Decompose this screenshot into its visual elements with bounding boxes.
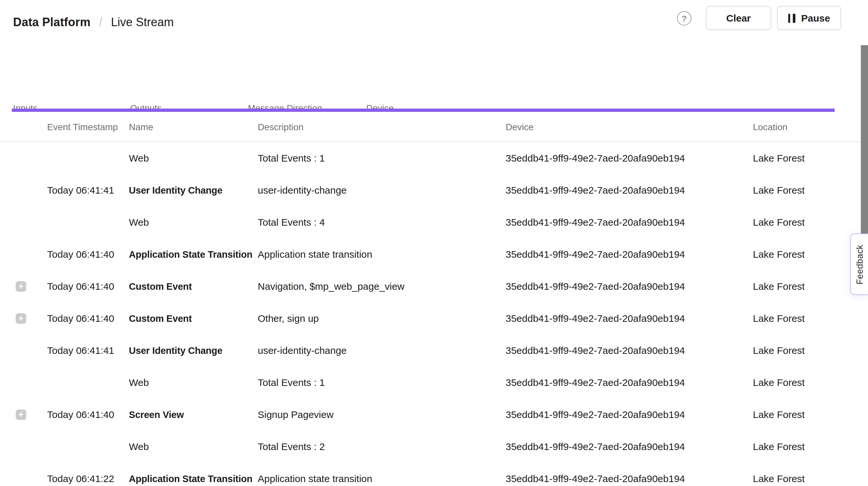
row-description: Other, sign up — [258, 313, 506, 324]
table-header-row: Event Timestamp Name Description Device … — [0, 112, 861, 142]
row-event-timestamp: Today 06:41:41 — [47, 345, 129, 356]
column-header-event-timestamp: Event Timestamp — [47, 121, 129, 132]
expand-plus-icon[interactable]: + — [16, 409, 26, 420]
row-description: Navigation, $mp_web_page_view — [258, 281, 506, 292]
column-header-name: Name — [129, 121, 258, 132]
row-name: Web — [129, 216, 258, 227]
row-event-timestamp: Today 06:41:40 — [47, 248, 129, 260]
column-header-location: Location — [753, 121, 861, 132]
row-device: 35eddb41-9ff9-49e2-7aed-20afa90eb194 — [506, 377, 753, 388]
row-event-timestamp: Today 06:41:22 — [47, 473, 129, 484]
row-name: User Identity Change — [129, 345, 258, 356]
row-location: Lake Forest — [753, 441, 861, 452]
row-location: Lake Forest — [753, 313, 861, 324]
row-expand-cell: + — [0, 313, 47, 324]
row-name: Application State Transition — [129, 473, 258, 484]
row-name: Web — [129, 152, 258, 163]
row-device: 35eddb41-9ff9-49e2-7aed-20afa90eb194 — [506, 313, 753, 324]
row-description: Signup Pageview — [258, 409, 506, 420]
row-name: Custom Event — [129, 281, 258, 292]
page-header: Data Platform / Live Stream ? Clear Paus… — [0, 0, 868, 45]
pause-icon — [788, 13, 796, 23]
row-location: Lake Forest — [753, 345, 861, 356]
row-description: Total Events : 1 — [258, 377, 506, 388]
row-location: Lake Forest — [753, 281, 861, 292]
table-row[interactable]: Web Total Events : 1 35eddb41-9ff9-49e2-… — [0, 366, 861, 398]
stream-progress-bar — [12, 109, 835, 112]
row-location: Lake Forest — [753, 184, 861, 195]
row-device: 35eddb41-9ff9-49e2-7aed-20afa90eb194 — [506, 473, 753, 484]
table-row[interactable]: Today 06:41:22 Application State Transit… — [0, 462, 861, 486]
table-row[interactable]: + Today 06:41:40 Screen View Signup Page… — [0, 398, 861, 430]
row-device: 35eddb41-9ff9-49e2-7aed-20afa90eb194 — [506, 184, 753, 195]
column-header-description: Description — [258, 121, 506, 132]
row-device: 35eddb41-9ff9-49e2-7aed-20afa90eb194 — [506, 441, 753, 452]
row-location: Lake Forest — [753, 377, 861, 388]
row-location: Lake Forest — [753, 409, 861, 420]
table-row[interactable]: + Today 06:41:40 Custom Event Other, sig… — [0, 302, 861, 334]
help-icon[interactable]: ? — [677, 11, 691, 26]
event-table: Event Timestamp Name Description Device … — [0, 112, 861, 486]
row-device: 35eddb41-9ff9-49e2-7aed-20afa90eb194 — [506, 216, 753, 227]
table-row[interactable]: Web Total Events : 2 35eddb41-9ff9-49e2-… — [0, 430, 861, 462]
row-event-timestamp: Today 06:41:40 — [47, 409, 129, 420]
column-header-device: Device — [506, 121, 753, 132]
table-row[interactable]: Today 06:41:41 User Identity Change user… — [0, 334, 861, 366]
table-row[interactable]: Today 06:41:40 Application State Transit… — [0, 238, 861, 270]
row-description: Total Events : 4 — [258, 216, 506, 227]
row-description: Application state transition — [258, 248, 506, 260]
expand-plus-icon[interactable]: + — [16, 281, 26, 292]
row-name: Web — [129, 441, 258, 452]
row-description: user-identity-change — [258, 345, 506, 356]
row-event-timestamp: Today 06:41:40 — [47, 281, 129, 292]
clear-button-label: Clear — [726, 12, 751, 24]
row-name: Screen View — [129, 409, 258, 420]
feedback-tab[interactable]: Feedback — [850, 234, 868, 295]
page-title: Live Stream — [111, 16, 174, 29]
row-description: user-identity-change — [258, 184, 506, 195]
table-body: Web Total Events : 1 35eddb41-9ff9-49e2-… — [0, 142, 861, 486]
pause-button-label: Pause — [801, 12, 830, 24]
row-expand-cell: + — [0, 281, 47, 292]
row-name: User Identity Change — [129, 185, 258, 195]
table-row[interactable]: + Today 06:41:40 Custom Event Navigation… — [0, 270, 861, 302]
breadcrumb: Data Platform / Live Stream — [13, 0, 174, 44]
row-description: Total Events : 2 — [258, 441, 506, 452]
row-device: 35eddb41-9ff9-49e2-7aed-20afa90eb194 — [506, 281, 753, 292]
row-location: Lake Forest — [753, 152, 861, 163]
row-name: Application State Transition — [129, 249, 258, 260]
feedback-tab-label: Feedback — [855, 244, 864, 284]
clear-button[interactable]: Clear — [706, 6, 771, 30]
row-expand-cell: + — [0, 409, 47, 420]
row-event-timestamp: Today 06:41:40 — [47, 313, 129, 324]
row-name: Custom Event — [129, 313, 258, 324]
row-event-timestamp: Today 06:41:41 — [47, 184, 129, 195]
row-device: 35eddb41-9ff9-49e2-7aed-20afa90eb194 — [506, 152, 753, 163]
vertical-scrollbar-thumb[interactable] — [861, 45, 868, 234]
expand-plus-icon[interactable]: + — [16, 313, 26, 324]
table-row[interactable]: Web Total Events : 4 35eddb41-9ff9-49e2-… — [0, 206, 861, 238]
row-name: Web — [129, 377, 258, 388]
live-stream-page: Data Platform / Live Stream ? Clear Paus… — [0, 0, 868, 486]
row-location: Lake Forest — [753, 248, 861, 260]
breadcrumb-section[interactable]: Data Platform — [13, 16, 91, 29]
row-device: 35eddb41-9ff9-49e2-7aed-20afa90eb194 — [506, 409, 753, 420]
table-row[interactable]: Web Total Events : 1 35eddb41-9ff9-49e2-… — [0, 142, 861, 174]
row-location: Lake Forest — [753, 216, 861, 227]
row-device: 35eddb41-9ff9-49e2-7aed-20afa90eb194 — [506, 248, 753, 260]
row-location: Lake Forest — [753, 473, 861, 484]
table-row[interactable]: Today 06:41:41 User Identity Change user… — [0, 174, 861, 206]
row-description: Application state transition — [258, 473, 506, 484]
pause-button[interactable]: Pause — [777, 6, 841, 30]
row-device: 35eddb41-9ff9-49e2-7aed-20afa90eb194 — [506, 345, 753, 356]
row-description: Total Events : 1 — [258, 152, 506, 163]
filter-bar: Inputs All Inputs Outputs All Outputs Me… — [0, 44, 868, 112]
breadcrumb-separator: / — [99, 15, 103, 29]
